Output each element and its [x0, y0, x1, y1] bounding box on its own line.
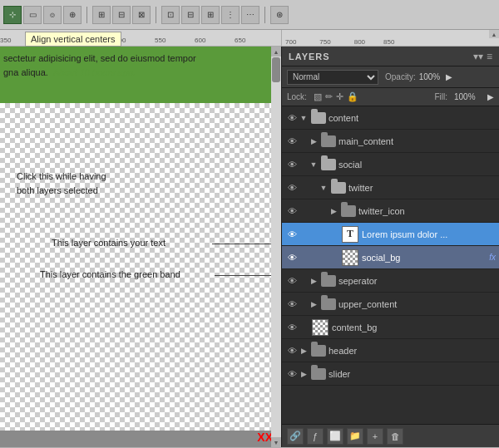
ruler-mark-750: 750: [296, 38, 330, 46]
bg-annotation-line: [215, 275, 279, 276]
distribute-v-icon[interactable]: ⋯: [241, 6, 259, 24]
layers-panel-title: LAYERS: [289, 52, 330, 62]
panel-menu-icon[interactable]: ≡: [487, 51, 492, 62]
select-tool-icon[interactable]: ▭: [23, 6, 42, 24]
eye-icon-twitter-icon[interactable]: 👁: [285, 204, 299, 218]
layer-name-twitter: twitter: [348, 183, 496, 193]
checker-thumb-social-bg: [342, 249, 358, 266]
layer-item-upper-content[interactable]: 👁 ▶ upper_content: [282, 293, 499, 316]
new-group-icon[interactable]: 📁: [347, 428, 363, 445]
lock-all-icon[interactable]: 🔒: [347, 91, 358, 102]
ruler-scroll-up[interactable]: ▲: [489, 30, 499, 38]
panel-collapse-icon[interactable]: ▾▾: [473, 51, 483, 62]
add-style-icon[interactable]: ƒ: [307, 428, 324, 445]
expand-social[interactable]: ▼: [309, 160, 319, 170]
layer-name-upper-content: upper_content: [338, 299, 496, 309]
move-tool-icon[interactable]: ⊹: [3, 6, 22, 24]
lock-row: Lock: ▧ ✏ ✛ 🔒 Fill: 100% ▶: [282, 88, 499, 106]
scroll-thumb[interactable]: [272, 57, 280, 82]
eye-icon-seperator[interactable]: 👁: [285, 274, 299, 288]
layer-item-twitter-icon[interactable]: 👁 ▶ twitter_icon: [282, 199, 499, 223]
eye-icon-header[interactable]: 👁: [285, 344, 299, 357]
expand-header[interactable]: ▶: [299, 346, 309, 356]
lock-position-icon[interactable]: ✛: [336, 91, 343, 102]
expand-main-content[interactable]: ▶: [309, 136, 319, 146]
folder-icon-upper-content: [321, 298, 336, 310]
eye-icon-lorem-ipsum[interactable]: 👁: [285, 228, 299, 241]
lock-pixels-icon[interactable]: ✏: [325, 91, 333, 102]
toolbar: ⊹ ▭ ⌾ ⊕ ⊞ ⊟ ⊠ ⊡ ⊟ ⊞ ⋮ ⋯ ⊛ Align vertical…: [0, 0, 499, 30]
text-annotation-line: [212, 244, 279, 244]
eye-icon-content-bg[interactable]: 👁: [285, 321, 299, 334]
eye-icon-content[interactable]: 👁: [285, 111, 299, 125]
expand-content[interactable]: ▼: [299, 113, 309, 123]
layer-item-content[interactable]: 👁 ▼ content: [282, 106, 499, 130]
layer-item-social[interactable]: 👁 ▼ social: [282, 153, 499, 176]
crop-tool-icon[interactable]: ⊕: [63, 6, 82, 24]
layer-item-twitter[interactable]: 👁 ▼ twitter: [282, 176, 499, 199]
text-thumb-lorem-ipsum: T: [342, 226, 358, 243]
add-mask-icon[interactable]: ⬜: [327, 428, 343, 445]
fill-value: 100%: [454, 92, 481, 101]
align-center-h-icon[interactable]: ⊟: [112, 6, 131, 24]
canvas-scrollbar[interactable]: ▲ ▼: [271, 47, 281, 447]
blend-mode-select[interactable]: Normal: [287, 70, 378, 85]
main-area: sectetur adipisicing elit, sed do eiusmo…: [0, 47, 499, 447]
new-layer-icon[interactable]: +: [367, 428, 383, 445]
align-top-icon[interactable]: ⊡: [161, 6, 180, 24]
align-right-icon[interactable]: ⊠: [132, 6, 151, 24]
ruler: 350 400 450 500 550 600 650 700 750 800 …: [0, 30, 499, 47]
lasso-tool-icon[interactable]: ⌾: [43, 6, 62, 24]
layer-item-lorem-ipsum[interactable]: 👁 T Lorem ipsum dolor ...: [282, 223, 499, 246]
eye-icon-upper-content[interactable]: 👁: [285, 298, 299, 311]
extra-icon[interactable]: ⊛: [270, 6, 289, 24]
scroll-track: [271, 57, 281, 437]
canvas-area: sectetur adipisicing elit, sed do eiusmo…: [0, 47, 281, 447]
eye-icon-social-bg[interactable]: 👁: [285, 251, 299, 264]
eye-icon-social[interactable]: 👁: [285, 158, 299, 171]
layer-item-social-bg[interactable]: 👁 social_bg fx: [282, 246, 499, 269]
align-middle-v-icon[interactable]: ⊟: [181, 6, 200, 24]
canvas-text-content: sectetur adipisicing elit, sed do eiusmo…: [3, 52, 196, 79]
fx-badge-social-bg: fx: [489, 253, 496, 262]
expand-slider[interactable]: ▶: [299, 369, 309, 379]
align-bottom-icon[interactable]: ⊞: [201, 6, 220, 24]
layer-name-main-content: main_content: [338, 136, 496, 146]
layer-item-content-bg[interactable]: 👁 content_bg: [282, 316, 499, 339]
folder-icon-main-content: [321, 135, 336, 147]
expand-seperator[interactable]: ▶: [309, 276, 319, 286]
click-instruction: Click this while havingboth layers selec…: [17, 170, 106, 197]
toolbar-icons: ⊹ ▭ ⌾ ⊕ ⊞ ⊟ ⊠ ⊡ ⊟ ⊞ ⋮ ⋯ ⊛: [3, 6, 289, 24]
layer-list: 👁 ▼ content 👁 ▶ main_content 👁 ▼ social: [282, 106, 499, 424]
distribute-h-icon[interactable]: ⋮: [221, 6, 240, 24]
blend-opacity-row: Normal Opacity: 100% ▶: [282, 66, 499, 88]
scroll-up-arrow[interactable]: ▲: [271, 47, 281, 57]
layer-name-slider: slider: [329, 369, 496, 379]
layer-item-header[interactable]: 👁 ▶ header: [282, 339, 499, 362]
eye-icon-main-content[interactable]: 👁: [285, 135, 299, 148]
expand-twitter[interactable]: ▼: [319, 183, 329, 193]
opacity-label: Opacity:: [385, 72, 416, 81]
folder-icon-header: [311, 345, 326, 357]
time-text: About 10 hours ago.: [53, 67, 136, 77]
scroll-down-arrow[interactable]: ▼: [271, 437, 281, 447]
eye-icon-slider[interactable]: 👁: [285, 367, 299, 381]
link-layers-icon[interactable]: 🔗: [287, 428, 304, 445]
fill-arrow[interactable]: ▶: [487, 92, 494, 101]
folder-icon-seperator: [321, 275, 336, 287]
layer-name-seperator: seperator: [338, 276, 496, 286]
click-instruction-text: Click this while havingboth layers selec…: [17, 171, 106, 195]
layer-item-slider[interactable]: 👁 ▶ slider: [282, 362, 499, 386]
layer-item-seperator[interactable]: 👁 ▶ seperator: [282, 269, 499, 293]
layer-name-content: content: [329, 113, 496, 123]
eye-icon-twitter[interactable]: 👁: [285, 181, 299, 194]
expand-twitter-icon[interactable]: ▶: [329, 206, 338, 216]
align-left-icon[interactable]: ⊞: [92, 6, 111, 24]
lock-icons: ▧ ✏ ✛ 🔒: [314, 91, 358, 102]
lock-transparent-icon[interactable]: ▧: [314, 91, 322, 102]
delete-layer-icon[interactable]: 🗑: [387, 428, 403, 445]
checker-thumb-content-bg: [312, 319, 329, 336]
expand-upper-content[interactable]: ▶: [309, 299, 319, 309]
layer-item-main-content[interactable]: 👁 ▶ main_content: [282, 130, 499, 153]
opacity-arrow[interactable]: ▶: [446, 72, 452, 81]
